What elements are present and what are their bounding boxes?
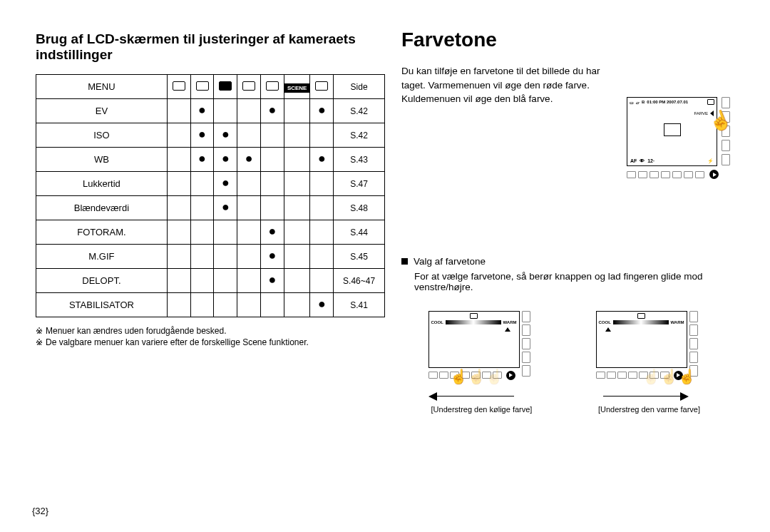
- right-page: Farvetone Du kan tilføje en farvetone ti…: [401, 31, 747, 380]
- menu-label: STABILISATOR: [36, 293, 168, 317]
- asr-icon: [242, 81, 255, 91]
- caption-warm: [Understreg den varme farve]: [596, 405, 703, 414]
- head-side: Side: [334, 75, 385, 99]
- page-number: {32}: [32, 506, 48, 516]
- table-row: Blændeværdi●S.48: [36, 196, 385, 220]
- hand-icon: ☝: [486, 368, 503, 385]
- table-row: WB●●●●S.43: [36, 148, 385, 172]
- play-icon: [709, 170, 719, 179]
- right-heading: Farvetone: [401, 29, 747, 51]
- note-1: ※Menuer kan ændres uden forudgående besk…: [36, 326, 381, 336]
- menu-label: Blændeværdi: [36, 196, 168, 220]
- menu-label: EV: [36, 99, 168, 123]
- play-icon: [506, 371, 515, 380]
- table-row: Lukkertid●S.47: [36, 172, 385, 196]
- page-ref: S.45: [334, 245, 385, 269]
- arrow-right-icon: [680, 392, 689, 401]
- focus-box: [664, 123, 681, 136]
- page-ref: S.47: [334, 172, 385, 196]
- page-ref: S.42: [334, 123, 385, 148]
- movie-icon: [315, 81, 328, 91]
- note-2: ※De valgbare menuer kan variere efter de…: [36, 337, 381, 347]
- effect-icon: [266, 81, 279, 91]
- table-row: M.GIF●S.45: [36, 245, 385, 269]
- intro-text: Du kan tilføje en farvetone til det bill…: [401, 64, 615, 106]
- hand-icon: ☝: [660, 368, 678, 385]
- camera-icon: [637, 313, 645, 319]
- hand-icon: ☝: [678, 368, 696, 385]
- table-row: EV●●●S.42: [36, 99, 385, 123]
- mini-cool: COOL WARM ☝☝☝ [Understreg den kølige far…: [428, 311, 553, 380]
- menu-label: WB: [36, 148, 168, 172]
- menu-label: FOTORAM.: [36, 220, 168, 245]
- page-ref: S.42: [334, 99, 385, 123]
- card-icon: ▱: [636, 100, 640, 105]
- table-row: DELOPT.●S.46~47: [36, 269, 385, 293]
- menu-label: ISO: [36, 123, 168, 148]
- menu-label: DELOPT.: [36, 269, 168, 293]
- table-row: FOTORAM.●S.44: [36, 220, 385, 245]
- menu-table: MENU SCENE Side EV●●●S.42ISO●●S.42WB●●●●…: [36, 74, 385, 317]
- caption-cool: [Understreg den kølige farve]: [428, 405, 535, 414]
- page-ref: S.44: [334, 220, 385, 245]
- table-row: ISO●●S.42: [36, 123, 385, 148]
- camera-icon: [707, 99, 714, 105]
- lcd-illustration: ▭ ▱ B 01:00 PM 2007.07.01 FARVE AF 👁 12·…: [627, 97, 719, 179]
- battery-icon: ▭: [630, 100, 634, 105]
- left-heading: Brug af LCD-skærmen til justeringer af k…: [36, 31, 381, 63]
- head-menu: MENU: [36, 75, 168, 99]
- program-icon: [196, 81, 209, 91]
- bottom-buttons: [627, 170, 719, 179]
- hand-icon: ☝: [642, 368, 660, 385]
- arrow-left-icon: [428, 392, 437, 401]
- table-head-row: MENU SCENE Side: [36, 75, 385, 99]
- camera-icon: [470, 313, 478, 319]
- left-page: Brug af LCD-skærmen til justeringer af k…: [36, 31, 381, 380]
- page-ref: S.48: [334, 196, 385, 220]
- notes-block: ※Menuer kan ændres uden forudgående besk…: [36, 326, 381, 347]
- scene-icon: SCENE: [284, 83, 310, 93]
- manual-icon: [219, 81, 232, 91]
- menu-label: Lukkertid: [36, 172, 168, 196]
- flash-icon: ⚡: [707, 158, 714, 164]
- hand-icon: ☝: [468, 368, 486, 385]
- menu-label: M.GIF: [36, 245, 168, 269]
- page-ref: S.46~47: [334, 269, 385, 293]
- mini-warm: COOL WARM ☝☝☝ [Understreg den varme farv…: [596, 311, 721, 380]
- table-row: STABILISATOR●S.41: [36, 293, 385, 317]
- page-ref: S.41: [334, 293, 385, 317]
- camera-icon: [173, 81, 185, 91]
- valg-heading: Valg af farvetone: [401, 256, 747, 267]
- hand-icon: ☝: [450, 368, 468, 385]
- valg-text: For at vælge farvetone, så berør knappen…: [414, 271, 747, 292]
- page-ref: S.43: [334, 148, 385, 172]
